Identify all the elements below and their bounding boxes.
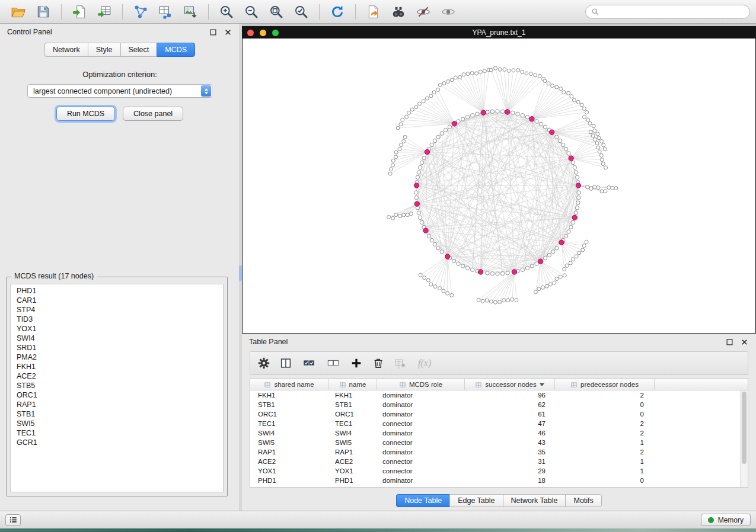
new-network-icon [133,4,148,20]
show-columns-icon[interactable] [279,357,292,370]
table-settings-icon[interactable] [257,357,270,370]
table-row[interactable]: SWI5 SWI5 connector 43 1 [250,438,740,447]
close-table-panel-icon[interactable] [740,338,749,347]
mcds-result-group: MCDS result (17 nodes) PHD1CAR1STP4TID3Y… [6,277,228,496]
table-tab[interactable]: Edge Table [449,494,502,507]
table-row[interactable]: STB1 STB1 dominator 62 0 [250,400,740,409]
control-panel-tab[interactable]: MCDS [157,43,195,57]
mcds-result-node[interactable]: GCR1 [13,438,223,447]
export-image-button[interactable] [180,2,201,21]
network-window-titlebar: YPA_prune.txt_1 [243,27,755,39]
column-header[interactable]: shared name [250,379,328,390]
zoom-out-button[interactable] [241,2,262,21]
delete-column-icon[interactable] [372,357,385,370]
column-header[interactable]: predecessor nodes [555,379,655,390]
table-tab[interactable]: Node Table [396,494,449,507]
mcds-result-node[interactable]: CAR1 [13,296,223,305]
open-session-button[interactable] [8,2,29,21]
mcds-result-node[interactable]: STP4 [13,305,223,315]
memory-button[interactable]: Memory [701,514,751,526]
new-network-button[interactable] [130,2,151,21]
import-file-button[interactable] [69,2,90,21]
mcds-result-node[interactable]: TEC1 [13,428,223,438]
control-panel-tabs: NetworkStyleSelectMCDS [0,43,240,57]
network-canvas[interactable] [243,39,755,333]
table-row[interactable]: SWI4 SWI4 dominator 46 2 [250,428,740,438]
mcds-result-list: PHD1CAR1STP4TID3YOX1SWI4SRD1PMA2FKH1ACE2… [10,284,224,492]
toolbar-separator [208,4,209,20]
mcds-result-node[interactable]: ORC1 [13,390,223,400]
mcds-result-node[interactable]: SRD1 [13,343,223,352]
search-network-button[interactable] [388,2,409,21]
zoom-fit-button[interactable] [266,2,287,21]
window-close-button[interactable] [247,30,254,36]
mcds-result-node[interactable]: TID3 [13,315,223,324]
export-document-button[interactable] [363,2,384,21]
close-panel-button[interactable]: Close panel [123,107,183,121]
table-row[interactable]: YOX1 YOX1 connector 29 1 [250,466,740,476]
status-bar: Memory [0,511,756,528]
deselect-all-icon[interactable] [326,357,341,370]
table-row[interactable]: TEC1 TEC1 connector 47 2 [250,419,740,428]
mcds-result-node[interactable]: STB5 [13,381,223,390]
mcds-result-node[interactable]: STB1 [13,409,223,419]
control-panel-tab[interactable]: Select [120,43,157,57]
new-table-button[interactable] [155,2,176,21]
optimization-criterion-label: Optimization criterion: [0,70,240,79]
column-header[interactable]: MCDS role [377,379,465,390]
float-table-panel-icon[interactable] [725,338,734,347]
import-table-button[interactable] [94,2,115,21]
window-zoom-button[interactable] [272,30,279,36]
search-network-icon [391,4,406,20]
table-tab[interactable]: Motifs [565,494,601,507]
control-panel-title: Control Panel [7,28,52,36]
table-row[interactable]: FKH1 FKH1 dominator 96 2 [250,390,740,400]
mcds-actions: Run MCDS Close panel [0,107,240,121]
export-image-icon [183,4,198,20]
mcds-result-node[interactable]: ACE2 [13,371,223,381]
mcds-result-node[interactable]: PMA2 [13,352,223,362]
criterion-select[interactable]: largest connected component (undirected) [27,84,212,98]
table-toolbar: f(x) [250,351,748,375]
window-minimize-button[interactable] [260,30,266,36]
search-box[interactable] [585,5,750,19]
main-toolbar [0,0,756,24]
save-session-button[interactable] [33,2,54,21]
mcds-result-node[interactable]: SWI4 [13,334,223,343]
mcds-result-node[interactable]: PHD1 [13,286,223,296]
mcds-result-node[interactable]: RAP1 [13,400,223,409]
column-header[interactable]: name [328,379,377,390]
run-mcds-button[interactable]: Run MCDS [56,107,115,121]
zoom-in-button[interactable] [216,2,237,21]
add-column-icon[interactable] [350,357,363,370]
table-scrollbar[interactable] [740,390,748,487]
float-panel-icon[interactable] [209,28,218,37]
table-row[interactable]: RAP1 RAP1 dominator 35 2 [250,447,740,457]
select-all-icon[interactable] [301,357,317,370]
network-view-window: YPA_prune.txt_1 [242,26,756,334]
table-row[interactable]: ACE2 ACE2 connector 31 1 [250,457,740,466]
table-panel-title: Table Panel [249,338,288,346]
column-header[interactable]: successor nodes [465,379,555,390]
refresh-button[interactable] [327,2,348,21]
column-type-icon [399,382,406,388]
control-panel-tab[interactable]: Network [44,43,88,57]
table-row[interactable]: ORC1 ORC1 dominator 61 0 [250,409,740,419]
table-row[interactable]: PHD1 PHD1 dominator 18 0 [250,476,740,485]
mcds-result-node[interactable]: YOX1 [13,324,223,334]
control-panel-tab[interactable]: Style [88,43,120,57]
scrollbar-thumb[interactable] [742,392,747,464]
hide-details-button[interactable] [413,2,434,21]
zoom-selected-icon [294,4,309,20]
mcds-result-node[interactable]: SWI5 [13,419,223,428]
close-panel-icon[interactable] [224,28,232,37]
mcds-result-node[interactable]: FKH1 [13,362,223,371]
table-tabs: Node TableEdge TableNetwork TableMotifs [242,494,756,507]
table-tab[interactable]: Network Table [503,494,566,507]
search-input[interactable] [603,8,744,16]
zoom-selected-button[interactable] [291,2,312,21]
status-menu-button[interactable] [5,514,21,526]
column-type-icon [570,382,578,388]
show-details-button[interactable] [438,2,459,21]
toolbar-separator [355,4,356,20]
